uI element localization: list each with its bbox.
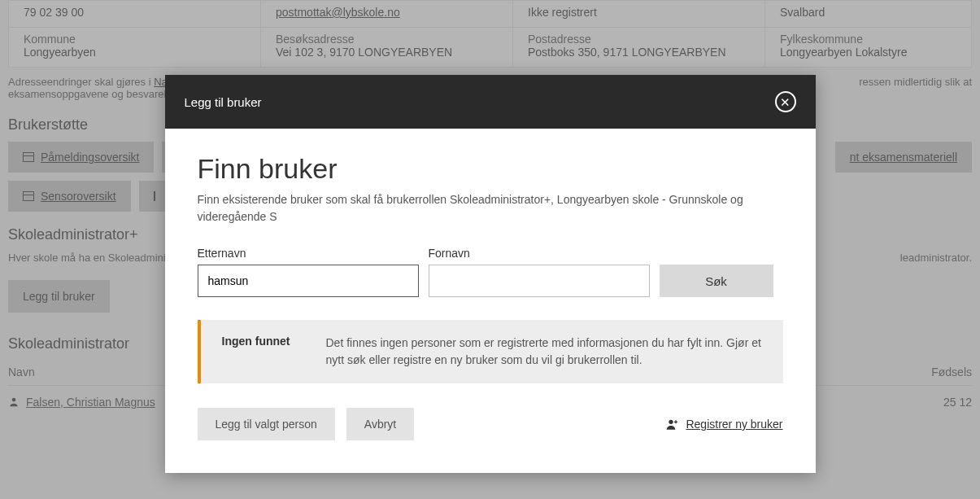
- alert-message: Det finnes ingen personer som er registr…: [326, 335, 767, 369]
- firstname-input[interactable]: [429, 265, 650, 297]
- close-icon: ✕: [780, 96, 791, 108]
- lastname-input[interactable]: [198, 265, 419, 297]
- firstname-label: Fornavn: [429, 247, 650, 260]
- no-results-alert: Ingen funnet Det finnes ingen personer s…: [198, 320, 783, 383]
- add-selected-button[interactable]: Legg til valgt person: [198, 408, 335, 440]
- alert-title: Ingen funnet: [222, 335, 303, 369]
- add-user-modal: Legg til bruker ✕ Finn bruker Finn eksis…: [165, 75, 816, 473]
- register-new-user-link[interactable]: Registrer ny bruker: [666, 418, 782, 431]
- modal-overlay: Legg til bruker ✕ Finn bruker Finn eksis…: [0, 0, 980, 499]
- search-button[interactable]: Søk: [660, 265, 773, 297]
- lastname-label: Etternavn: [198, 247, 419, 260]
- modal-header-title: Legg til bruker: [185, 95, 262, 109]
- person-plus-icon: [666, 418, 679, 430]
- close-button[interactable]: ✕: [775, 91, 796, 112]
- modal-title: Finn bruker: [198, 153, 783, 185]
- cancel-button[interactable]: Avbryt: [346, 408, 414, 440]
- svg-point-1: [669, 420, 673, 424]
- modal-subtitle: Finn eksisterende bruker som skal få bru…: [198, 191, 783, 225]
